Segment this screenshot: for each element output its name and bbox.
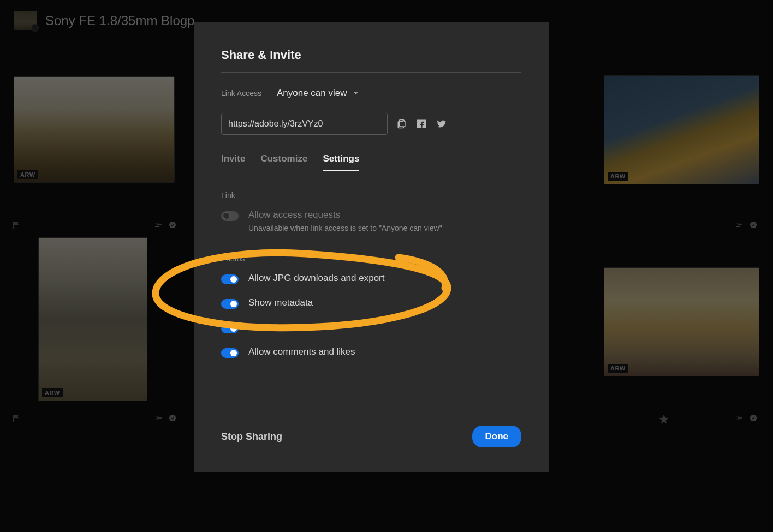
tab-settings[interactable]: Settings xyxy=(323,153,359,171)
thumb-actions xyxy=(154,220,177,229)
divider xyxy=(221,72,521,73)
setting-location: Show location xyxy=(221,322,521,333)
section-photos-label: Photos xyxy=(221,254,521,263)
setting-metadata-label: Show metadata xyxy=(248,297,313,308)
twitter-icon[interactable] xyxy=(436,118,447,129)
tab-customize[interactable]: Customize xyxy=(260,153,307,171)
link-access-select[interactable]: Anyone can view xyxy=(277,88,360,99)
sliders-icon[interactable] xyxy=(735,414,744,422)
thumb-actions xyxy=(154,414,177,422)
sliders-icon[interactable] xyxy=(735,220,744,229)
thumb-actions xyxy=(735,220,758,229)
tab-invite[interactable]: Invite xyxy=(221,153,245,171)
svg-point-1 xyxy=(169,415,176,421)
sliders-icon[interactable] xyxy=(154,414,163,422)
sync-status-icon[interactable] xyxy=(168,414,177,422)
setting-jpg-downloads: Allow JPG downloads and export xyxy=(221,273,521,284)
file-type-badge: ARW xyxy=(17,170,38,179)
setting-jpg-label: Allow JPG downloads and export xyxy=(248,273,384,284)
section-link-label: Link xyxy=(221,191,521,200)
sliders-icon[interactable] xyxy=(154,220,163,229)
file-type-badge: ARW xyxy=(608,364,628,373)
link-access-value: Anyone can view xyxy=(277,88,347,99)
facebook-icon[interactable] xyxy=(416,118,427,129)
thumb-star[interactable] xyxy=(658,414,669,425)
collection-thumbnail xyxy=(14,11,37,30)
stop-sharing-button[interactable]: Stop Sharing xyxy=(221,431,282,443)
setting-access-requests-label: Allow access requests xyxy=(248,210,442,220)
toggle-metadata[interactable] xyxy=(221,299,239,309)
svg-point-3 xyxy=(750,415,757,421)
share-url-input[interactable] xyxy=(221,113,388,135)
share-invite-modal: Share & Invite Link Access Anyone can vi… xyxy=(194,22,549,472)
setting-comments: Allow comments and likes xyxy=(221,346,521,358)
photo-thumbnail[interactable]: ARW xyxy=(604,75,759,184)
thumb-actions xyxy=(735,414,758,422)
svg-point-0 xyxy=(169,222,176,228)
link-access-row: Link Access Anyone can view xyxy=(221,88,521,99)
modal-footer: Stop Sharing Done xyxy=(221,426,521,447)
sync-status-icon[interactable] xyxy=(749,220,758,229)
done-button[interactable]: Done xyxy=(472,426,522,447)
chevron-down-icon xyxy=(352,89,360,97)
svg-point-2 xyxy=(750,222,757,228)
sync-status-icon[interactable] xyxy=(749,414,758,422)
setting-access-requests: Allow access requests Unavailable when l… xyxy=(221,210,521,232)
sync-status-icon[interactable] xyxy=(168,220,177,229)
file-type-badge: ARW xyxy=(608,172,628,181)
photo-thumbnail[interactable]: ARW xyxy=(604,267,759,376)
modal-tabs: Invite Customize Settings xyxy=(221,153,521,171)
setting-metadata: Show metadata xyxy=(221,297,521,309)
toggle-comments[interactable] xyxy=(221,348,239,358)
share-url-row xyxy=(221,113,521,135)
setting-location-label: Show location xyxy=(248,322,306,333)
modal-title: Share & Invite xyxy=(221,48,521,62)
photo-thumbnail[interactable]: ARW xyxy=(38,237,147,401)
clipboard-icon[interactable] xyxy=(396,118,407,129)
page-title: Sony FE 1.8/35mm Blogp... xyxy=(45,13,205,28)
thumb-flag-left[interactable] xyxy=(12,220,22,230)
toggle-jpg-downloads[interactable] xyxy=(221,274,239,284)
toggle-location[interactable] xyxy=(221,324,239,333)
thumb-flag-left[interactable] xyxy=(12,414,22,423)
page-header: Sony FE 1.8/35mm Blogp... xyxy=(14,11,205,30)
toggle-access-requests xyxy=(221,211,239,221)
link-access-label: Link Access xyxy=(221,89,261,98)
setting-access-requests-sub: Unavailable when link access is set to "… xyxy=(248,224,442,232)
photo-thumbnail[interactable]: ARW xyxy=(14,76,175,183)
file-type-badge: ARW xyxy=(42,388,63,397)
setting-comments-label: Allow comments and likes xyxy=(248,346,355,357)
